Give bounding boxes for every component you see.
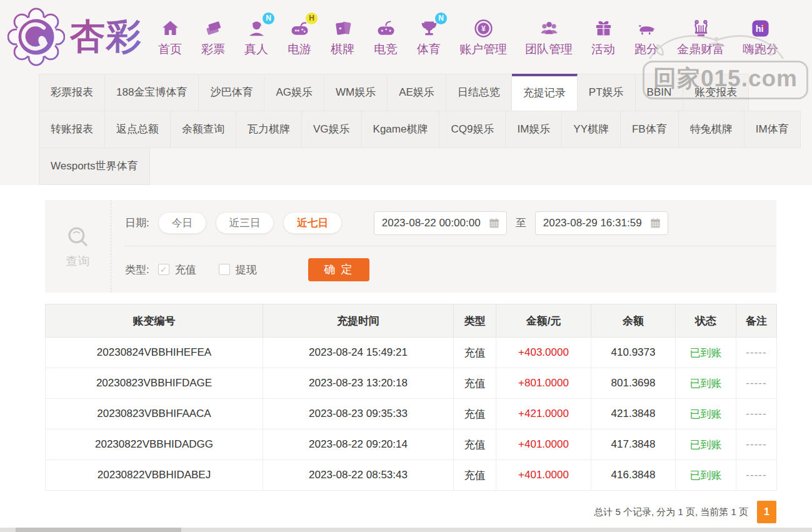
date-to-value: 2023-08-29 16:31:59	[543, 217, 642, 229]
tab-item[interactable]: Wesports世界体育	[39, 148, 150, 185]
home-icon	[158, 17, 183, 41]
tab-item[interactable]: Kgame棋牌	[362, 111, 440, 148]
tab-item[interactable]: 日结总览	[446, 74, 512, 111]
nav-item-label: 团队管理	[525, 41, 573, 58]
tab-item[interactable]: 188金宝博体育	[105, 74, 199, 111]
brand-logo[interactable]: 杏彩	[8, 8, 143, 66]
calendar-icon	[488, 217, 500, 229]
top-nav-bar: 杏彩 首页彩票N真人H电游棋牌电竞N体育¥账户管理团队管理活动跑分金鼎财富hi嗨…	[0, 0, 812, 74]
cell-status: 已到账	[676, 460, 736, 491]
tab-item[interactable]: 彩票报表	[39, 74, 105, 111]
nav-item-live[interactable]: N真人	[244, 17, 269, 58]
date-preset-pill[interactable]: 近七日	[283, 212, 342, 234]
tab-item[interactable]: AG娱乐	[264, 74, 324, 111]
date-preset-pill[interactable]: 近三日	[216, 212, 274, 234]
nav-item-jinding[interactable]: 金鼎财富	[677, 17, 724, 58]
tab-item[interactable]: VG娱乐	[302, 111, 362, 148]
tab-item[interactable]: 账变报表	[683, 74, 749, 111]
nav-item-label: 嗨跑分	[743, 41, 778, 58]
date-filter-row: 日期: 今日近三日近七日 2023-08-22 00:00:00 至	[125, 200, 776, 246]
type-options: ✓充值提现	[158, 263, 279, 277]
nav-item-esports[interactable]: 电竞	[373, 17, 398, 58]
cell-amount: +403.0000	[496, 338, 591, 368]
tab-item[interactable]: IM体育	[744, 111, 801, 148]
nav-item-lottery[interactable]: 彩票	[201, 17, 226, 58]
harp-icon	[688, 17, 713, 41]
nav-item-activity[interactable]: 活动	[591, 17, 616, 58]
cell-status: 已到账	[676, 399, 736, 429]
query-panel: 查询	[45, 200, 111, 293]
cell-remark: -----	[736, 338, 777, 368]
nav-item-team[interactable]: 团队管理	[525, 17, 573, 58]
nav-item-egames[interactable]: H电游	[287, 17, 312, 58]
filter-form: 日期: 今日近三日近七日 2023-08-22 00:00:00 至	[111, 200, 776, 293]
cell-type: 充值	[454, 429, 496, 460]
cell-amount: +801.0000	[496, 368, 591, 399]
ticket-icon	[201, 17, 226, 41]
nav-item-paofen[interactable]: 跑分	[634, 17, 659, 58]
date-label: 日期:	[125, 216, 149, 230]
cell-time: 2023-08-22 09:20:14	[263, 429, 454, 460]
nav-badge: N	[263, 13, 274, 24]
brand-emblem-icon	[8, 8, 65, 66]
date-preset-pill[interactable]: 今日	[158, 212, 206, 234]
person-icon: N	[244, 17, 269, 41]
cell-amount: +401.0000	[496, 460, 591, 491]
tab-item-active[interactable]: 充提记录	[512, 74, 578, 111]
tab-item[interactable]: CQ9娱乐	[439, 111, 506, 148]
date-to-input[interactable]: 2023-08-29 16:31:59	[535, 211, 668, 235]
tab-item[interactable]: AE娱乐	[388, 74, 446, 111]
table-header-row: 账变编号充提时间类型金额/元余额状态备注	[46, 304, 777, 338]
date-presets: 今日近三日近七日	[158, 212, 351, 234]
date-from-input[interactable]: 2023-08-22 00:00:00	[374, 211, 507, 235]
tab-row: Wesports世界体育	[39, 148, 812, 185]
tab-item[interactable]: 瓦力棋牌	[236, 111, 302, 148]
nav-item-label: 棋牌	[331, 41, 354, 58]
horizontal-scrollbar[interactable]	[0, 528, 812, 532]
rhino-icon	[634, 17, 659, 41]
type-option[interactable]: 提现	[219, 263, 257, 277]
tab-item[interactable]: YY棋牌	[562, 111, 621, 148]
main-content: 查询 日期: 今日近三日近七日 2023-08-22 00:00:00	[0, 185, 812, 523]
nav-item-home[interactable]: 首页	[158, 17, 183, 58]
page-1-button[interactable]: 1	[757, 501, 776, 523]
filter-panel: 查询 日期: 今日近三日近七日 2023-08-22 00:00:00	[45, 200, 776, 293]
tab-item[interactable]: FB体育	[621, 111, 679, 148]
cell-remark: -----	[736, 368, 777, 399]
tab-item[interactable]: 转账报表	[39, 111, 105, 148]
cell-amount: +421.0000	[496, 399, 591, 429]
search-icon	[65, 224, 91, 250]
tab-item[interactable]: IM娱乐	[506, 111, 562, 148]
tab-item[interactable]: 返点总额	[105, 111, 171, 148]
type-option[interactable]: ✓充值	[158, 263, 196, 277]
cell-balance: 421.3848	[591, 399, 676, 429]
tab-item[interactable]: BBIN	[636, 74, 684, 111]
cell-balance: 801.3698	[591, 368, 676, 399]
tab-item[interactable]: 余额查询	[171, 111, 236, 148]
nav-item-hipaofen[interactable]: hi嗨跑分	[743, 17, 778, 58]
nav-item-label: 电游	[288, 41, 311, 58]
nav-item-boardgames[interactable]: 棋牌	[330, 17, 355, 58]
cell-type: 充值	[454, 399, 496, 429]
horizontal-scrollbar-thumb[interactable]	[16, 528, 181, 532]
nav-item-label: 体育	[417, 41, 441, 58]
nav-badge: N	[435, 13, 447, 24]
nav-item-sports[interactable]: N体育	[416, 17, 441, 58]
page: 回家015.com	[0, 0, 812, 532]
trophy-icon: N	[416, 17, 441, 41]
cell-id: 20230823VBBHIFAACA	[46, 399, 263, 429]
cell-id: 20230822VBBHIDABEJ	[46, 460, 263, 491]
checkbox-unchecked[interactable]	[219, 264, 230, 275]
confirm-button[interactable]: 确 定	[308, 258, 369, 281]
checkbox-checked[interactable]: ✓	[158, 264, 169, 275]
tab-item[interactable]: WM娱乐	[324, 74, 388, 111]
cell-status: 已到账	[676, 368, 736, 399]
tab-item[interactable]: 沙巴体育	[199, 74, 264, 111]
tab-item[interactable]: PT娱乐	[578, 74, 636, 111]
cell-time: 2023-08-23 13:20:18	[263, 368, 454, 399]
tab-item[interactable]: 特兔棋牌	[679, 111, 744, 148]
hi-app-icon: hi	[748, 17, 773, 41]
nav-item-account[interactable]: ¥账户管理	[459, 17, 507, 58]
nav-badge: H	[306, 13, 318, 24]
nav-item-label: 电竞	[374, 41, 398, 58]
